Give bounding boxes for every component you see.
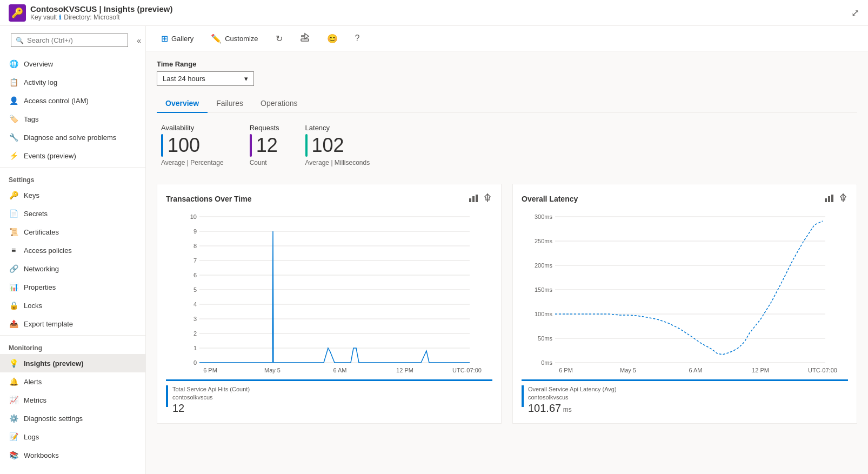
dir-label: Directory: Microsoft: [64, 14, 119, 21]
latency-label: Latency: [305, 124, 370, 132]
svg-text:6 AM: 6 AM: [333, 367, 346, 373]
feedback-button[interactable]: 😊: [323, 31, 342, 46]
sidebar-item-tags[interactable]: 🏷️ Tags: [0, 110, 145, 128]
help-button[interactable]: ?: [351, 31, 364, 45]
top-bar: 🔑 ContosoKVSCUS | Insights (preview) Key…: [0, 0, 868, 26]
requests-label: Requests: [250, 124, 279, 132]
refresh-button[interactable]: ↻: [271, 31, 287, 46]
sidebar-item-workbooks[interactable]: 📚 Workbooks: [0, 446, 145, 464]
page-subtitle: Key vault ℹ Directory: Microsoft: [30, 14, 172, 21]
sidebar-item-insights[interactable]: 💡 Insights (preview): [0, 354, 145, 372]
latency-legend-value: 101.67: [528, 402, 561, 414]
sidebar-item-events[interactable]: ⚡ Events (preview): [0, 146, 145, 165]
sidebar-item-diagnostic-settings[interactable]: ⚙️ Diagnostic settings: [0, 409, 145, 428]
svg-text:200ms: 200ms: [535, 262, 553, 269]
svg-text:50ms: 50ms: [538, 335, 552, 342]
vault-label: Key vault: [30, 14, 57, 21]
sidebar-item-logs[interactable]: 📝 Logs: [0, 428, 145, 446]
transactions-bar-chart-icon[interactable]: [469, 193, 478, 205]
transactions-pin-icon[interactable]: [483, 193, 492, 205]
expand-button[interactable]: ⤢: [851, 7, 859, 19]
svg-rect-1: [301, 39, 309, 41]
transactions-chart-title: Transactions Over Time: [166, 195, 251, 203]
sidebar-label-metrics: Metrics: [24, 396, 46, 404]
svg-marker-0: [302, 34, 309, 39]
svg-text:UTC-07:00: UTC-07:00: [808, 367, 837, 373]
svg-text:6: 6: [193, 272, 197, 278]
svg-text:May 5: May 5: [264, 367, 281, 373]
sidebar-item-secrets[interactable]: 📄 Secrets: [0, 204, 145, 223]
sidebar-item-locks[interactable]: 🔒 Locks: [0, 296, 145, 315]
svg-text:12 PM: 12 PM: [396, 367, 413, 373]
share-button[interactable]: [296, 30, 314, 46]
sidebar-label-alerts: Alerts: [24, 378, 42, 386]
latency-legend-title: Overall Service Api Latency (Avg): [528, 385, 617, 393]
sidebar-label-events: Events (preview): [24, 152, 76, 160]
main-content: ⊞ Gallery ✏️ Customize ↻ 😊 ? Time Range: [146, 26, 868, 474]
svg-text:300ms: 300ms: [535, 213, 553, 220]
search-icon: 🔍: [16, 37, 24, 44]
transactions-chart-header: Transactions Over Time: [166, 193, 492, 205]
svg-text:4: 4: [193, 301, 197, 308]
time-range-section: Time Range Last 24 hours ▾: [157, 60, 857, 86]
sidebar-label-certificates: Certificates: [24, 228, 59, 236]
sidebar-item-export-template[interactable]: 📤 Export template: [0, 315, 145, 333]
sidebar-label-tags: Tags: [24, 115, 38, 123]
latency-chart-actions: [824, 193, 848, 205]
sidebar-label-secrets: Secrets: [24, 210, 48, 218]
svg-text:10: 10: [190, 213, 197, 220]
svg-text:0: 0: [193, 359, 197, 366]
tab-overview[interactable]: Overview: [157, 95, 208, 113]
gallery-icon: ⊞: [161, 34, 168, 44]
search-input[interactable]: [27, 36, 123, 44]
availability-value-row: 100: [161, 134, 224, 157]
tab-operations[interactable]: Operations: [252, 95, 306, 113]
sidebar-label-workbooks: Workbooks: [24, 451, 59, 459]
sidebar-item-keys[interactable]: 🔑 Keys: [0, 186, 145, 204]
tab-failures[interactable]: Failures: [208, 95, 252, 113]
sidebar-item-properties[interactable]: 📊 Properties: [0, 278, 145, 296]
sidebar-item-access-control[interactable]: 👤 Access control (IAM): [0, 91, 145, 110]
activity-log-icon: 📋: [9, 77, 18, 87]
latency-chart-svg: 300ms 250ms 200ms 150ms 100ms 50ms 0ms 6…: [522, 211, 848, 373]
metrics-icon: 📈: [9, 395, 18, 405]
svg-text:UTC-07:00: UTC-07:00: [452, 367, 482, 373]
latency-legend-unit: ms: [563, 406, 572, 413]
sidebar-item-access-policies[interactable]: ≡ Access policies: [0, 241, 145, 259]
latency-pin-icon[interactable]: [838, 193, 848, 205]
svg-text:100ms: 100ms: [535, 311, 553, 317]
access-control-icon: 👤: [9, 96, 18, 105]
events-icon: ⚡: [9, 151, 18, 161]
insights-toolbar: ⊞ Gallery ✏️ Customize ↻ 😊 ?: [146, 26, 868, 51]
sidebar-item-overview[interactable]: 🌐 Overview: [0, 55, 145, 73]
diagnostic-settings-icon: ⚙️: [9, 413, 18, 423]
sidebar-item-metrics[interactable]: 📈 Metrics: [0, 391, 145, 409]
latency-sub: Average | Milliseconds: [305, 159, 370, 166]
charts-row: Transactions Over Time: [157, 184, 857, 424]
sidebar-item-certificates[interactable]: 📜 Certificates: [0, 223, 145, 241]
svg-rect-4: [476, 195, 478, 202]
certificates-icon: 📜: [9, 227, 18, 237]
latency-chart-card: Overall Latency: [512, 184, 857, 424]
transactions-chart-card: Transactions Over Time: [157, 184, 502, 424]
properties-icon: 📊: [9, 282, 18, 292]
sidebar-item-diagnose[interactable]: 🔧 Diagnose and solve problems: [0, 128, 145, 146]
customize-button[interactable]: ✏️ Customize: [206, 31, 262, 46]
collapse-button[interactable]: «: [137, 36, 141, 45]
transactions-legend-bar: [166, 385, 168, 407]
transactions-chart-svg: 10 9 8 7 6 5 4 3 2 1 0 6 PM May 5: [166, 211, 492, 373]
sidebar-label-logs: Logs: [24, 433, 39, 441]
sidebar-item-networking[interactable]: 🔗 Networking: [0, 259, 145, 278]
availability-value: 100: [168, 134, 200, 157]
svg-rect-2: [469, 198, 471, 202]
sidebar-item-activity-log[interactable]: 📋 Activity log: [0, 73, 145, 91]
svg-rect-33: [825, 198, 827, 202]
gallery-button[interactable]: ⊞ Gallery: [157, 31, 198, 46]
latency-bar-chart-icon[interactable]: [824, 193, 834, 205]
availability-label: Availability: [161, 124, 224, 132]
sidebar-label-export-template: Export template: [24, 320, 73, 328]
search-box[interactable]: 🔍: [11, 34, 128, 47]
chevron-down-icon: ▾: [244, 75, 248, 83]
sidebar-item-alerts[interactable]: 🔔 Alerts: [0, 372, 145, 391]
time-range-dropdown[interactable]: Last 24 hours ▾: [157, 71, 254, 86]
